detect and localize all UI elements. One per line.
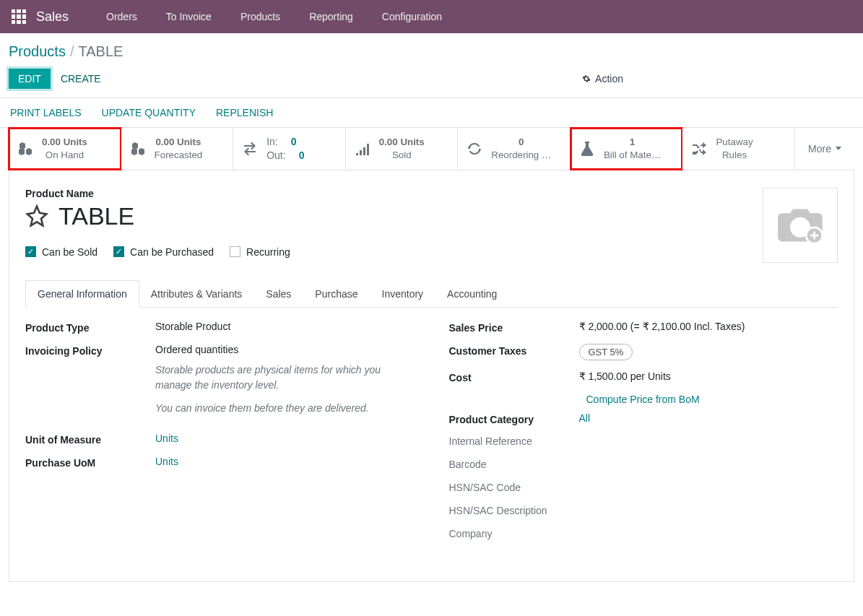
product-type-value: Storable Product [155,321,415,332]
sales-price-label: Sales Price [449,321,579,334]
stat-bom-value: 1 [604,136,661,149]
sales-price-value: ₹ 2,000.00 (= ₹ 2,100.00 Incl. Taxes) [579,321,838,332]
apps-icon[interactable] [12,9,26,24]
uom-value[interactable]: Units [155,433,415,444]
action-dropdown[interactable]: Action [582,73,623,84]
stat-bom-label: Bill of Mate… [604,149,661,162]
product-name-label: Product Name [25,188,763,199]
stat-more[interactable]: More [795,128,854,170]
action-row: EDIT CREATE Action [0,63,863,97]
customer-taxes-badge[interactable]: GST 5% [579,344,633,360]
form-sheet: Product Name TABLE Can be Sold Can be Pu… [9,170,854,582]
tab-inventory[interactable]: Inventory [370,280,436,307]
help-invoice: You can invoice them before they are del… [155,401,415,417]
top-nav: Sales Orders To Invoice Products Reporti… [0,0,863,33]
can-be-purchased-label: Can be Purchased [130,246,214,258]
stat-sold-label: Sold [379,149,425,162]
tab-purchase[interactable]: Purchase [303,280,370,307]
nav-reporting[interactable]: Reporting [298,11,365,22]
bars-icon [353,140,372,157]
purchase-uom-value[interactable]: Units [155,456,415,467]
hsn-code-label: HSN/SAC Code [449,482,838,493]
breadcrumb-current: TABLE [79,43,123,60]
tab-attributes[interactable]: Attributes & Variants [139,280,255,307]
stat-reordering[interactable]: 0Reordering … [458,128,571,170]
stat-putaway-value: Putaway [716,136,753,149]
breadcrumb-products[interactable]: Products [9,43,66,60]
purchase-uom-label: Purchase UoM [25,456,155,469]
caret-down-icon [836,147,841,150]
uom-label: Unit of Measure [25,433,155,446]
gear-icon [582,74,591,83]
favorite-star-icon[interactable] [25,204,48,227]
stat-row: 0.00 UnitsOn Hand 0.00 UnitsForecasted I… [9,128,854,170]
out-label: Out: [266,149,285,162]
company-label: Company [449,528,838,539]
cost-label: Cost [449,370,579,383]
stat-on-hand-value: 0.00 Units [42,136,87,149]
help-storable: Storable products are physical items for… [155,363,415,394]
recurring-checkbox[interactable]: Recurring [230,246,290,258]
product-name-value: TABLE [58,202,134,230]
hsn-desc-label: HSN/SAC Description [449,505,838,516]
customer-taxes-label: Customer Taxes [449,344,579,357]
in-value: 0 [291,135,297,149]
compute-price-bom[interactable]: Compute Price from BoM [586,394,838,405]
boxes-icon [16,140,35,157]
stat-forecasted-value: 0.00 Units [155,136,203,149]
product-header: Product Name TABLE Can be Sold Can be Pu… [25,188,838,263]
edit-button[interactable]: EDIT [9,69,51,89]
breadcrumb: Products / TABLE [0,33,863,63]
recurring-label: Recurring [246,246,290,258]
stat-reorder-value: 0 [491,136,551,149]
stat-in-out[interactable]: In:0 Out:0 [233,128,346,170]
stat-putaway[interactable]: PutawayRules [682,128,795,170]
product-category-label: Product Category [449,412,579,425]
tab-general[interactable]: General Information [25,280,139,308]
stat-sold[interactable]: 0.00 UnitsSold [346,128,459,170]
nav-configuration[interactable]: Configuration [370,11,454,22]
replenish[interactable]: REPLENISH [216,107,273,118]
stat-on-hand[interactable]: 0.00 UnitsOn Hand [9,128,121,170]
print-labels[interactable]: PRINT LABELS [10,107,82,118]
content: Products / TABLE EDIT CREATE Action PRIN… [0,33,863,582]
barcode-label: Barcode [449,459,838,470]
product-type-label: Product Type [25,321,155,334]
tab-body: Product Type Storable Product Invoicing … [25,308,838,564]
stat-forecasted-label: Forecasted [155,149,203,162]
right-col: Sales Price ₹ 2,000.00 (= ₹ 2,100.00 Inc… [449,321,838,551]
camera-plus-icon [774,205,826,246]
shuffle-icon [690,140,708,157]
nav-products[interactable]: Products [229,11,292,22]
app-title[interactable]: Sales [36,9,69,25]
more-label: More [808,143,831,155]
internal-reference-label: Internal Reference [449,435,838,447]
arrows-icon [240,140,259,157]
invoicing-policy-label: Invoicing Policy [25,344,155,357]
breadcrumb-sep: / [70,43,74,60]
flask-icon [578,140,597,157]
can-be-purchased-checkbox[interactable]: Can be Purchased [113,246,214,258]
out-value: 0 [299,149,305,162]
product-image-placeholder[interactable] [763,188,838,263]
sub-actions: PRINT LABELS UPDATE QUANTITY REPLENISH [0,97,863,128]
invoicing-policy-value: Ordered quantities [155,344,415,355]
nav-to-invoice[interactable]: To Invoice [155,11,223,22]
update-quantity[interactable]: UPDATE QUANTITY [102,107,196,118]
boxes-icon [129,140,147,157]
tabs: General Information Attributes & Variant… [25,280,838,308]
stat-reorder-label: Reordering … [491,149,551,162]
tab-sales[interactable]: Sales [254,280,303,307]
nav-orders[interactable]: Orders [95,11,149,22]
tab-accounting[interactable]: Accounting [435,280,509,307]
cost-value: ₹ 1,500.00 per Units [579,370,838,382]
stat-forecasted[interactable]: 0.00 UnitsForecasted [121,128,234,170]
stat-putaway-label: Rules [716,149,753,162]
create-button[interactable]: CREATE [51,69,111,89]
left-col: Product Type Storable Product Invoicing … [25,321,415,551]
refresh-icon [465,140,484,157]
stat-bom[interactable]: 1Bill of Mate… [571,128,683,170]
product-category-value[interactable]: All [579,412,838,424]
can-be-sold-checkbox[interactable]: Can be Sold [25,246,97,258]
stat-on-hand-label: On Hand [42,149,87,162]
